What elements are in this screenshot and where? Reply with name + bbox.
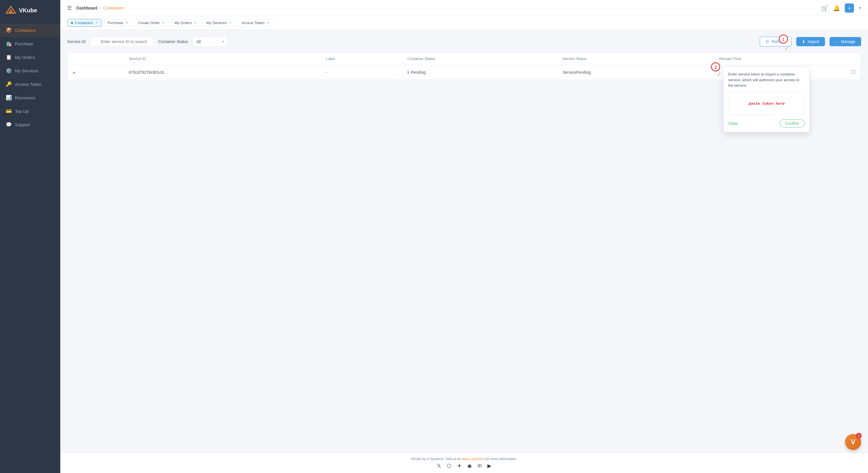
support-icon: 💬 (6, 122, 11, 128)
breadcrumb-home[interactable]: Dashboard (76, 5, 97, 10)
manage-label: Manage (841, 39, 856, 44)
my-services-icon: ⚙️ (6, 68, 11, 74)
sidebar-item-top-up[interactable]: 💳 Top Up (0, 104, 60, 118)
service-id-search-input[interactable] (90, 37, 154, 46)
breadcrumb-current: Containers (103, 5, 124, 10)
vkube-logo-icon (6, 5, 16, 15)
tab-access-token-close[interactable]: ✕ (267, 21, 269, 25)
tab-containers[interactable]: Containers ✕ (67, 19, 102, 27)
confirm-button[interactable]: Confirm (780, 119, 805, 127)
fab-badge: 1 (856, 433, 862, 439)
telegram-icon[interactable]: ✈ (457, 463, 462, 469)
footer-suffix: for more information. (485, 457, 517, 461)
sidebar-item-purchase[interactable]: 🛍️ Purchase (0, 37, 60, 51)
footer: VKube by V Systems. Visit us at www.v.sy… (60, 453, 868, 473)
tab-purchase[interactable]: Purchase ✕ (104, 19, 132, 27)
row-container-status: ℹ Pending (402, 65, 557, 80)
menu-icon[interactable]: ☰ (67, 5, 72, 11)
sidebar-item-my-services[interactable]: ⚙️ My Services (0, 64, 60, 77)
sidebar-item-support-label: Support (15, 122, 30, 127)
breadcrumb: Dashboard / Containers (76, 5, 124, 10)
search-wrapper: 🔍 (90, 37, 154, 46)
header-chevron-icon[interactable]: ▾ (859, 5, 861, 11)
sidebar-item-my-orders[interactable]: 📋 My Orders (0, 51, 60, 64)
tab-containers-label: Containers (75, 21, 93, 25)
col-expand (67, 53, 123, 65)
top-header: ☰ Dashboard / Containers 🛒 🔔 ＋ ▾ (60, 0, 868, 16)
tab-my-services-label: My Services (206, 21, 227, 25)
fab-button[interactable]: V 1 (845, 434, 861, 450)
cart-icon[interactable]: 🛒 (821, 5, 828, 11)
col-service-id: Service ID (123, 53, 320, 65)
access-token-icon: 🔑 (6, 81, 11, 87)
manage-dots-icon: ··· (835, 39, 839, 44)
row-checkbox[interactable] (851, 70, 855, 74)
import-icon: ⬇ (802, 39, 805, 44)
purchase-icon: 🛍️ (6, 41, 11, 47)
sidebar-item-access-token-label: Access Token (15, 82, 41, 87)
sidebar-item-resources[interactable]: 📊 Resources (0, 91, 60, 104)
tab-containers-close[interactable]: ✕ (95, 21, 98, 25)
container-status-value: Pending (411, 70, 425, 75)
row-expand-cell[interactable]: ▶ (67, 65, 123, 80)
import-button[interactable]: ⬇ Import (796, 37, 825, 46)
discord-icon[interactable]: ⬡ (447, 463, 452, 469)
sidebar-item-containers[interactable]: 📦 Containers (0, 24, 60, 37)
col-checkbox (846, 53, 861, 65)
manage-button[interactable]: ··· Manage (830, 37, 861, 46)
header-left: ☰ Dashboard / Containers (67, 5, 124, 11)
resources-icon: 📊 (6, 95, 11, 101)
add-button[interactable]: ＋ (845, 3, 854, 12)
tabs-bar: Containers ✕ Purchase ✕ Create Order ✕ M… (60, 16, 868, 30)
clear-button[interactable]: Clear (728, 121, 738, 126)
reddit-icon[interactable]: ◉ (467, 463, 472, 469)
linkedin-icon[interactable]: in (477, 463, 482, 469)
row-checkbox-cell[interactable] (846, 65, 861, 80)
tab-purchase-close[interactable]: ✕ (126, 21, 128, 25)
fab-icon: V (851, 438, 856, 446)
sidebar-item-access-token[interactable]: 🔑 Access Token (0, 77, 60, 91)
my-orders-icon: 📋 (6, 54, 11, 60)
row-service-status: ServicePending (557, 65, 713, 80)
token-textarea[interactable]: paste token here (728, 92, 805, 115)
tab-access-token-label: Access Token (241, 21, 265, 25)
popover-description: Enter service token to import a containe… (728, 71, 805, 88)
page-content: Service ID 🔍 Container Status All Runnin… (60, 30, 868, 453)
tab-purchase-label: Purchase (107, 21, 123, 25)
youtube-icon[interactable]: ▶ (487, 463, 491, 469)
col-container-status: Container Status (402, 53, 557, 65)
tab-create-order[interactable]: Create Order ✕ (134, 19, 168, 27)
tab-my-services[interactable]: My Services ✕ (203, 19, 236, 27)
toolbar: Service ID 🔍 Container Status All Runnin… (67, 37, 861, 46)
sidebar-item-my-services-label: My Services (15, 68, 38, 73)
footer-company: VKube by V Systems. Visit us at www.v.sy… (67, 457, 861, 461)
col-remain-time: Remain Time (713, 53, 846, 65)
notification-icon[interactable]: 🔔 (833, 5, 840, 11)
service-id-label: Service ID (67, 39, 86, 44)
tab-my-orders[interactable]: My Orders ✕ (171, 19, 200, 27)
tab-my-services-close[interactable]: ✕ (229, 21, 231, 25)
main-content: ☰ Dashboard / Containers 🛒 🔔 ＋ ▾ Contain… (60, 0, 868, 473)
status-select-wrapper: All Running Pending Stopped ▾ (193, 37, 227, 46)
col-label: Label (320, 53, 402, 65)
row-label: - (320, 65, 402, 80)
tab-create-order-close[interactable]: ✕ (162, 21, 165, 25)
tab-my-orders-close[interactable]: ✕ (194, 21, 197, 25)
sidebar-item-purchase-label: Purchase (15, 41, 33, 46)
logo[interactable]: VKube (0, 0, 60, 21)
expand-icon[interactable]: ▶ (73, 71, 76, 75)
top-up-icon: 💳 (6, 108, 11, 114)
sidebar-nav: 📦 Containers 🛍️ Purchase 📋 My Orders ⚙️ … (0, 21, 60, 473)
table-popover-container: Service ID Label Container Status Servic… (67, 52, 861, 80)
popover-actions: Clear Confirm (728, 119, 805, 127)
refresh-icon: ↻ (766, 39, 769, 44)
footer-visit-text: Visit us at (445, 457, 461, 461)
twitter-icon[interactable]: 𝕏 (437, 463, 441, 469)
container-status-select[interactable]: All Running Pending Stopped (193, 37, 227, 46)
sidebar-item-resources-label: Resources (15, 95, 36, 100)
tab-access-token[interactable]: Access Token ✕ (238, 19, 273, 27)
sidebar: VKube 📦 Containers 🛍️ Purchase 📋 My Orde… (0, 0, 60, 473)
sidebar-item-support[interactable]: 💬 Support (0, 118, 60, 131)
footer-link[interactable]: www.v.systems (461, 457, 485, 461)
sidebar-item-top-up-label: Top Up (15, 109, 29, 114)
